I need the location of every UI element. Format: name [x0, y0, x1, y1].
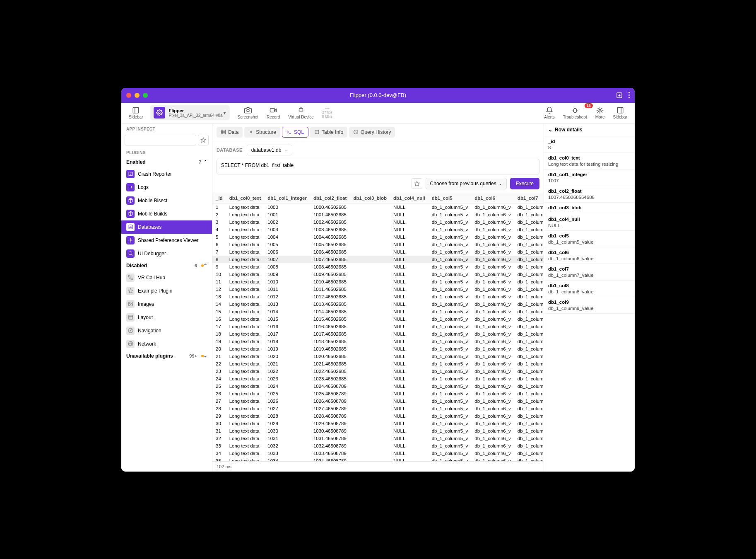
table-row[interactable]: 12Long text data10111011.46502685NULLdb_… — [212, 286, 544, 293]
record-button[interactable]: Record — [262, 105, 284, 121]
table-row[interactable]: 3Long text data10021002.46502685NULLdb_1… — [212, 218, 544, 226]
table-row[interactable]: 5Long text data10041004.46502685NULLdb_1… — [212, 233, 544, 241]
table-cell: 1012 — [264, 293, 310, 300]
table-cell: Long text data — [226, 435, 265, 442]
sql-input[interactable]: SELECT * FROM db1_first_table — [217, 159, 539, 174]
column-header[interactable]: _id — [212, 193, 226, 203]
table-row[interactable]: 22Long text data10211021.46502685NULLdb_… — [212, 360, 544, 368]
app-search-input[interactable] — [125, 135, 196, 145]
table-row[interactable]: 11Long text data10101010.46502685NULLdb_… — [212, 278, 544, 286]
column-header[interactable]: db1_col7 — [514, 193, 544, 203]
more-button[interactable]: More — [591, 105, 609, 121]
maximize-window-button[interactable] — [143, 93, 148, 98]
cube-icon — [126, 210, 135, 218]
tab-query-history[interactable]: Query History — [349, 127, 395, 138]
sidebar-item-navigation[interactable]: Navigation — [121, 324, 212, 337]
table-row[interactable]: 27Long text data10261026.46508789NULLdb_… — [212, 397, 544, 405]
column-header[interactable]: db1_col0_text — [226, 193, 265, 203]
table-row[interactable]: 15Long text data10141014.46502685NULLdb_… — [212, 308, 544, 315]
sidebar-item-logs[interactable]: Logs — [121, 181, 212, 194]
minimize-window-button[interactable] — [135, 93, 140, 98]
table-row[interactable]: 26Long text data10251025.46508789NULLdb_… — [212, 390, 544, 397]
table-row[interactable]: 24Long text data10231023.46502685NULLdb_… — [212, 375, 544, 382]
table-row[interactable]: 33Long text data10321032.46508789NULLdb_… — [212, 442, 544, 450]
alerts-button[interactable]: Alerts — [540, 105, 559, 121]
table-row[interactable]: 30Long text data10291029.46508789NULLdb_… — [212, 420, 544, 427]
table-row[interactable]: 29Long text data10281028.46508789NULLdb_… — [212, 412, 544, 420]
column-header[interactable]: db1_col6 — [471, 193, 514, 203]
table-row[interactable]: 9Long text data10081008.46502685NULLdb_1… — [212, 263, 544, 271]
column-header[interactable]: db1_col1_integer — [264, 193, 310, 203]
table-row[interactable]: 35Long text data10341034.46508789NULLdb_… — [212, 457, 544, 461]
sidebar-item-ui-debugger[interactable]: UI Debugger — [121, 247, 212, 260]
table-row[interactable]: 31Long text data10301030.46508789NULLdb_… — [212, 427, 544, 435]
sidebar-item-example-plugin[interactable]: Example Plugin — [121, 284, 212, 298]
sidebar-toggle-left[interactable]: Sidebar — [125, 105, 147, 121]
table-row[interactable]: 34Long text data10331033.46508789NULLdb_… — [212, 450, 544, 457]
screenshot-button[interactable]: Screenshot — [233, 105, 262, 121]
database-selector[interactable]: database1.db ⌄ — [247, 145, 293, 155]
table-cell: db_1_column5_v — [429, 256, 472, 263]
column-header[interactable]: db1_col4_null — [390, 193, 429, 203]
table-row[interactable]: 20Long text data10191019.46502685NULLdb_… — [212, 345, 544, 353]
table-row[interactable]: 8Long text data10071007.46502685NULLdb_1… — [212, 256, 544, 263]
table-cell: db_1_column6_v — [471, 345, 514, 353]
table-row[interactable]: 14Long text data10131013.46502685NULLdb_… — [212, 300, 544, 308]
sidebar-item-databases[interactable]: Databases — [121, 220, 212, 234]
troubleshoot-button[interactable]: 13 Troubleshoot — [559, 105, 591, 121]
column-header[interactable]: db1_col2_float — [310, 193, 350, 203]
table-row[interactable]: 32Long text data10311031.46508789NULLdb_… — [212, 435, 544, 442]
add-plugin-icon[interactable] — [616, 92, 623, 99]
table-row[interactable]: 7Long text data10061006.46502685NULLdb_1… — [212, 248, 544, 256]
virtual-device-button[interactable]: Virtual Device — [284, 105, 318, 121]
tab-structure[interactable]: Structure — [244, 127, 280, 138]
table-row[interactable]: 13Long text data10121012.46502685NULLdb_… — [212, 293, 544, 300]
table-row[interactable]: 1Long text data10001000.46502685NULLdb_1… — [212, 203, 544, 211]
column-header[interactable]: db1_col3_blob — [350, 193, 390, 203]
tab-data[interactable]: Data — [217, 127, 243, 138]
results-table[interactable]: _iddb1_col0_textdb1_col1_integerdb1_col2… — [212, 193, 544, 461]
sidebar-item-crash-reporter[interactable]: Crash Reporter — [121, 167, 212, 181]
favorite-query-button[interactable] — [412, 178, 422, 189]
favorite-button[interactable] — [198, 135, 209, 145]
table-row[interactable]: 19Long text data10181018.46502685NULLdb_… — [212, 338, 544, 345]
close-window-button[interactable] — [126, 93, 131, 98]
previous-queries-dropdown[interactable]: Choose from previous queries ⌄ — [426, 178, 507, 189]
table-row[interactable]: 18Long text data10171017.46502685NULLdb_… — [212, 330, 544, 338]
tab-sql[interactable]: SQL — [282, 127, 308, 138]
tab-table-info[interactable]: Table Info — [310, 127, 347, 138]
sidebar-item-mobile-bisect[interactable]: Mobile Bisect — [121, 194, 212, 207]
sidebar-item-layout[interactable]: Layout — [121, 311, 212, 324]
execute-button[interactable]: Execute — [510, 178, 539, 189]
table-row[interactable]: 6Long text data10051005.46502685NULLdb_1… — [212, 241, 544, 248]
table-cell: 1029.46508789 — [310, 420, 350, 427]
enabled-plugins-header[interactable]: Enabled 7 ⌃ — [121, 157, 212, 167]
unavailable-plugins-header[interactable]: Unavailable plugins 99+ ⌄ — [121, 351, 212, 361]
column-header[interactable]: db1_col5 — [429, 193, 472, 203]
sidebar-toggle-right[interactable]: Sidebar — [609, 105, 631, 121]
table-row[interactable]: 21Long text data10201020.46502685NULLdb_… — [212, 353, 544, 360]
disabled-plugins-header[interactable]: Disabled 6 ⌃ — [121, 260, 212, 271]
row-details-header[interactable]: ⌄ Row details — [544, 123, 635, 136]
table-cell: Long text data — [226, 248, 265, 256]
device-selector[interactable]: Flipper Pixel_3a_API_32_arm64-v8a ▼ — [150, 105, 230, 120]
table-row[interactable]: 23Long text data10221022.46502685NULLdb_… — [212, 368, 544, 375]
table-row[interactable]: 10Long text data10091009.46502685NULLdb_… — [212, 271, 544, 278]
sidebar-item-shared-preferences-viewer[interactable]: Shared Preferences Viewer — [121, 234, 212, 247]
table-row[interactable]: 25Long text data10241024.46508789NULLdb_… — [212, 382, 544, 390]
sidebar-item-network[interactable]: Network — [121, 337, 212, 351]
table-cell: 23 — [212, 368, 226, 375]
more-menu-icon[interactable] — [628, 92, 630, 98]
table-row[interactable]: 17Long text data10161016.46502685NULLdb_… — [212, 323, 544, 330]
sidebar-item-images[interactable]: Images — [121, 298, 212, 311]
sidebar-item-vr-call-hub[interactable]: VR Call Hub — [121, 271, 212, 284]
table-row[interactable]: 4Long text data10031003.46502685NULLdb_1… — [212, 226, 544, 233]
table-row[interactable]: 28Long text data10271027.46508789NULLdb_… — [212, 405, 544, 412]
table-cell: 7 — [212, 248, 226, 256]
sidebar-item-mobile-builds[interactable]: Mobile Builds — [121, 207, 212, 220]
table-row[interactable]: 16Long text data10151015.46502685NULLdb_… — [212, 315, 544, 323]
table-row[interactable]: 2Long text data10011001.46502685NULLdb_1… — [212, 211, 544, 218]
table-cell: db_1_column6_v — [471, 278, 514, 286]
table-cell: 1004 — [264, 233, 310, 241]
table-cell: Long text data — [226, 345, 265, 353]
